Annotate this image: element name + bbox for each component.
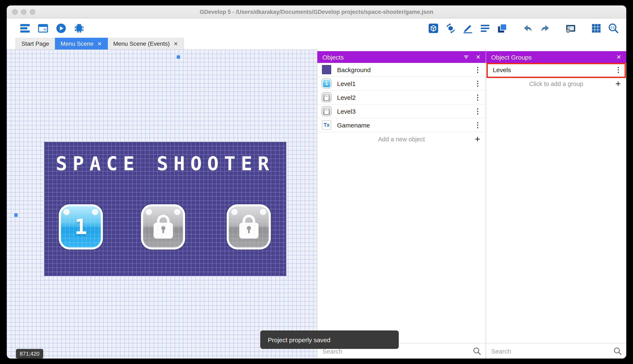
button-shine-dot <box>63 209 70 215</box>
plus-icon[interactable]: + <box>615 78 621 89</box>
save-toast: Project properly saved <box>260 330 399 349</box>
close-icon[interactable]: ✕ <box>97 41 102 46</box>
button-shine-dot <box>146 209 152 215</box>
grid-icon[interactable] <box>590 22 602 34</box>
object-name: Background <box>337 66 474 73</box>
object-row-background[interactable]: Background ⋮ <box>317 63 486 77</box>
object-menu-icon[interactable]: ⋮ <box>474 107 481 116</box>
keyhole-shape <box>161 226 165 230</box>
object-menu-icon[interactable]: ⋮ <box>474 65 481 74</box>
main-toolbar: 1:1 <box>7 18 626 38</box>
object-groups-icon[interactable] <box>444 22 457 34</box>
objects-list: Background ⋮ 1 Level1 ⋮ Level2 ⋮ <box>317 63 486 358</box>
search-icon <box>613 346 622 356</box>
object-name: Gamename <box>337 122 474 128</box>
toolbar-left-group <box>19 22 85 34</box>
object-groups-panel-title: Object Groups <box>491 54 611 60</box>
level1-object-icon: 1 <box>322 78 332 88</box>
add-group-button[interactable]: Click to add a group + <box>486 77 626 90</box>
editor-tab-bar: Start Page Menu Scene ✕ Menu Scene (Even… <box>7 38 626 50</box>
title-bar: GDevelop 5 - /Users/dkarakay/Documents/G… <box>7 6 626 18</box>
search-icon <box>472 346 481 356</box>
object-menu-icon[interactable]: ⋮ <box>474 79 481 88</box>
add-object-button[interactable]: Add a new object + <box>317 132 486 146</box>
button-shine-dot <box>92 209 98 215</box>
object-row-level2[interactable]: Level2 ⋮ <box>317 90 486 104</box>
lock-icon <box>153 223 173 238</box>
level2-button-instance[interactable] <box>141 204 185 250</box>
plus-icon[interactable]: + <box>475 134 480 144</box>
objects-panel: Objects ✕ Background ⋮ 1 Level1 <box>317 50 486 358</box>
gdevelop-window: GDevelop 5 - /Users/dkarakay/Documents/G… <box>7 6 626 358</box>
group-menu-icon[interactable]: ⋮ <box>614 65 622 74</box>
object-groups-panel: Object Groups ✕ Levels ⋮ Click to add a … <box>486 50 626 358</box>
redo-icon[interactable] <box>539 22 551 34</box>
tab-label: Start Page <box>22 40 49 47</box>
object-row-level3[interactable]: Level3 ⋮ <box>317 104 486 118</box>
scene-title-text[interactable]: SPACE SHOOTER <box>44 153 286 175</box>
tab-menu-scene-events[interactable]: Menu Scene (Events) ✕ <box>108 38 184 50</box>
keyhole-shape <box>247 226 251 230</box>
objects-editor-icon[interactable] <box>427 22 440 34</box>
screenshot-stage: GDevelop 5 - /Users/dkarakay/Documents/G… <box>0 0 633 364</box>
groups-list: Levels ⋮ Click to add a group + <box>486 63 626 358</box>
add-object-label: Add a new object <box>378 136 425 142</box>
button-shine-dot <box>260 209 266 215</box>
level1-digit: 1 <box>75 215 87 239</box>
start-page-icon[interactable] <box>37 22 49 34</box>
object-row-gamename[interactable]: Tx Gamename ⋮ <box>317 118 486 132</box>
close-icon[interactable]: ✕ <box>174 41 178 46</box>
object-name: Level3 <box>337 108 474 115</box>
lock-object-icon <box>322 92 332 102</box>
button-shine-dot <box>231 209 238 215</box>
group-row-levels[interactable]: Levels ⋮ <box>486 63 626 77</box>
selection-handle[interactable] <box>177 55 180 59</box>
object-groups-panel-header: Object Groups ✕ <box>486 51 626 63</box>
tab-menu-scene[interactable]: Menu Scene ✕ <box>55 38 108 50</box>
filter-icon[interactable] <box>462 52 471 62</box>
undo-icon[interactable] <box>521 22 534 34</box>
project-manager-icon[interactable] <box>19 22 31 34</box>
objects-panel-title: Objects <box>322 54 462 60</box>
text-object-icon: Tx <box>322 120 332 130</box>
groups-search-bar <box>486 343 626 358</box>
object-menu-icon[interactable]: ⋮ <box>474 93 481 102</box>
zoom-1-1-icon[interactable]: 1:1 <box>607 22 619 34</box>
lock-icon <box>239 223 258 238</box>
toolbar-right-group: 1:1 <box>427 22 619 34</box>
svg-text:1:1: 1:1 <box>610 26 614 29</box>
editor-content: SPACE SHOOTER 1 <box>7 50 626 358</box>
close-window-button[interactable] <box>12 9 18 14</box>
object-name: Level2 <box>337 94 474 101</box>
tab-label: Menu Scene <box>61 40 93 47</box>
cursor-coordinates-badge: 871;420 <box>16 349 43 358</box>
instances-list-icon[interactable] <box>479 22 491 34</box>
traffic-lights <box>12 6 35 18</box>
level1-button-instance[interactable]: 1 <box>59 204 103 250</box>
object-row-level1[interactable]: 1 Level1 ⋮ <box>317 77 486 90</box>
objects-panel-header: Objects ✕ <box>317 51 486 63</box>
button-shine-dot <box>174 209 180 215</box>
close-icon[interactable]: ✕ <box>616 54 621 60</box>
level3-button-instance[interactable] <box>227 204 271 250</box>
play-icon[interactable] <box>55 22 67 34</box>
object-menu-icon[interactable]: ⋮ <box>474 120 481 129</box>
tab-start-page[interactable]: Start Page <box>16 38 55 50</box>
tabs-group: Start Page Menu Scene ✕ Menu Scene (Even… <box>16 38 184 50</box>
selection-handle[interactable] <box>14 214 18 217</box>
properties-icon[interactable] <box>461 22 474 34</box>
zoom-window-button[interactable] <box>30 9 35 14</box>
window-mask-icon[interactable] <box>564 22 577 34</box>
group-name: Levels <box>490 66 614 73</box>
background-object-icon <box>322 64 332 75</box>
close-icon[interactable]: ✕ <box>476 54 481 60</box>
object-name: Level1 <box>337 80 474 87</box>
minimize-window-button[interactable] <box>21 9 27 14</box>
groups-search-input[interactable] <box>486 348 613 354</box>
add-group-label: Click to add a group <box>529 80 583 87</box>
layers-icon[interactable] <box>496 22 508 34</box>
scene-background-instance[interactable]: SPACE SHOOTER 1 <box>44 142 286 276</box>
scene-canvas[interactable]: SPACE SHOOTER 1 <box>7 50 317 358</box>
debugger-icon[interactable] <box>73 22 85 34</box>
lock-object-icon <box>322 106 332 116</box>
